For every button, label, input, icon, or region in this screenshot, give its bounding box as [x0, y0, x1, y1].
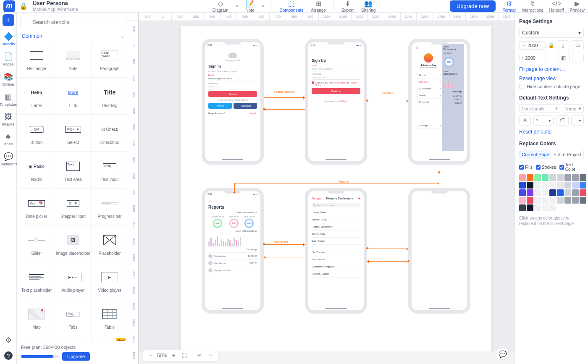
- stencil-item[interactable]: New: [92, 336, 128, 341]
- color-swatch[interactable]: [564, 189, 571, 196]
- redo-button[interactable]: ↷: [207, 352, 214, 359]
- fit-page-link[interactable]: Fit page to content...: [519, 66, 584, 72]
- orientation-landscape[interactable]: ▭: [572, 40, 584, 50]
- design-surface[interactable]: 9:31••• ⌁ Company Name Sign In Hi there!…: [181, 26, 491, 351]
- toolbar-diagram[interactable]: ◇Diagram: [213, 0, 228, 13]
- rail-outline[interactable]: 📚Outline: [0, 71, 16, 88]
- upgrade-now-button[interactable]: Upgrade now: [450, 0, 496, 12]
- fills-checkbox[interactable]: Fills: [519, 162, 533, 172]
- color-swatch[interactable]: [572, 189, 579, 196]
- stencil-image-placeholder[interactable]: 🖼Image placeholder: [55, 225, 92, 262]
- bg-value[interactable]: [572, 53, 584, 63]
- add-button[interactable]: +: [3, 14, 14, 26]
- color-swatch[interactable]: [519, 197, 526, 204]
- color-swatch[interactable]: [564, 174, 571, 181]
- stencil-radio[interactable]: ◉ RadioRadio: [18, 152, 55, 189]
- zoom-level[interactable]: 50%: [157, 353, 167, 359]
- text-transform-button[interactable]: tT: [556, 115, 569, 126]
- stencil-audio-player[interactable]: ▶ • —Audio player: [55, 262, 92, 299]
- undo-button[interactable]: ↶: [196, 352, 203, 359]
- text-align-select[interactable]: ▾: [571, 115, 584, 126]
- mockup-reports[interactable]: 9:31••• ⌁ ← Reports Sales Performance Cu…: [202, 188, 264, 314]
- color-swatch[interactable]: [534, 197, 541, 204]
- toolbar-note[interactable]: 📝Note: [246, 0, 255, 13]
- canvas-area[interactable]: -100010020030040050060070080090010001100…: [130, 13, 514, 364]
- search-stencils-input[interactable]: [20, 16, 126, 28]
- link-dimensions-icon[interactable]: 🔒: [548, 42, 554, 48]
- tool-handoff[interactable]: </>Handoff: [549, 0, 564, 13]
- color-swatch[interactable]: [542, 182, 549, 189]
- font-size-input[interactable]: ?▾: [533, 115, 554, 126]
- color-swatch[interactable]: [564, 182, 571, 189]
- page-size-select[interactable]: Custom▾: [519, 28, 584, 38]
- tab-entire-project[interactable]: Entire Project: [551, 150, 583, 159]
- font-family-select[interactable]: Font family▾: [519, 104, 560, 113]
- strokes-checkbox[interactable]: Strokes: [536, 162, 556, 172]
- color-swatch[interactable]: [527, 197, 533, 204]
- color-swatch[interactable]: [572, 182, 579, 189]
- zoom-in-button[interactable]: +: [171, 352, 177, 359]
- stencil-stepper-input[interactable]: 3 ⇅Stepper input: [55, 189, 92, 225]
- chevron-down-icon[interactable]: ▾: [236, 4, 238, 8]
- color-swatch[interactable]: [527, 174, 533, 181]
- stencil-heading[interactable]: TitleHeading: [92, 78, 128, 115]
- color-swatch[interactable]: [527, 182, 533, 189]
- toolbar-arrange[interactable]: ⊞Arrange: [311, 0, 326, 13]
- color-swatch[interactable]: [519, 182, 526, 189]
- hide-content-checkbox[interactable]: Hide content outside page: [519, 84, 584, 89]
- color-swatch[interactable]: [564, 197, 571, 204]
- tool-format[interactable]: ⚙Format: [502, 0, 516, 13]
- color-swatch[interactable]: [557, 189, 564, 196]
- color-swatch[interactable]: [549, 182, 556, 189]
- stencil-select[interactable]: Pick ▾Select: [55, 115, 92, 152]
- color-swatch[interactable]: [580, 182, 586, 189]
- stencil-text-placeholder[interactable]: Text placeholder: [18, 262, 55, 299]
- textcolor-checkbox[interactable]: Text Color: [559, 162, 584, 172]
- stencil-date-picker[interactable]: Oct 📅Date picker: [18, 189, 55, 225]
- stencil-item[interactable]: [55, 336, 92, 341]
- stencil-rectangle[interactable]: Rectangle: [18, 41, 55, 78]
- color-swatch[interactable]: [527, 204, 533, 211]
- toolbar-export[interactable]: ⬇Export: [341, 0, 354, 13]
- color-swatch[interactable]: [572, 197, 579, 204]
- zoom-out-button[interactable]: −: [147, 352, 154, 359]
- bg-color-button[interactable]: ◧: [557, 53, 570, 63]
- color-swatch[interactable]: [580, 174, 586, 181]
- color-swatch[interactable]: [542, 189, 549, 196]
- rail-images[interactable]: 🖼Images: [0, 111, 16, 128]
- stencil-link[interactable]: MoreLink: [55, 78, 92, 115]
- color-swatch[interactable]: [542, 174, 549, 181]
- color-swatch[interactable]: [580, 197, 586, 204]
- settings-icon[interactable]: ⚙: [5, 335, 12, 345]
- text-color-button[interactable]: A: [519, 115, 531, 126]
- mockup-customers[interactable]: Groups Manage Customers + 🔍 Search Custo…: [305, 188, 367, 314]
- document-title[interactable]: User Persona: [33, 0, 78, 6]
- stencil-label[interactable]: HelloLabel: [18, 78, 55, 115]
- lock-icon[interactable]: 🔒: [19, 2, 28, 10]
- toolbar-sharing[interactable]: 👥Sharing: [361, 0, 375, 13]
- color-swatch[interactable]: [557, 182, 564, 189]
- chevron-down-icon[interactable]: ▾: [262, 4, 264, 8]
- stencil-paragraph[interactable]: Hello WorldParagraph: [92, 41, 128, 78]
- color-swatch[interactable]: [527, 189, 533, 196]
- stencil-group-header[interactable]: Common ⌄: [17, 31, 130, 41]
- comments-toggle[interactable]: 💬: [497, 348, 509, 360]
- stencil-item[interactable]: [18, 336, 55, 341]
- stencil-tabs[interactable]: Tab Tabs: [55, 299, 92, 336]
- color-swatch[interactable]: [534, 182, 541, 189]
- color-swatch[interactable]: [549, 189, 556, 196]
- tool-interactions[interactable]: ↯Interactions: [522, 0, 543, 13]
- help-icon[interactable]: ?: [4, 351, 13, 360]
- orientation-portrait[interactable]: ▯: [557, 40, 569, 50]
- height-input[interactable]: ↕2000: [519, 54, 546, 62]
- color-swatch[interactable]: [557, 197, 564, 204]
- rail-pages[interactable]: 📄Pages: [0, 50, 16, 68]
- rail-icons[interactable]: ♣Icons: [0, 131, 16, 148]
- mockup-signin[interactable]: 9:31••• ⌁ Company Name Sign In Hi there!…: [202, 39, 264, 165]
- rail-templates[interactable]: ▦Templates: [0, 91, 16, 108]
- color-swatch[interactable]: [519, 174, 526, 181]
- color-swatch[interactable]: [534, 174, 541, 181]
- color-swatch[interactable]: [549, 174, 556, 181]
- width-input[interactable]: ↔2000: [519, 41, 546, 50]
- stencil-text-area[interactable]: Text|Text area: [55, 152, 92, 189]
